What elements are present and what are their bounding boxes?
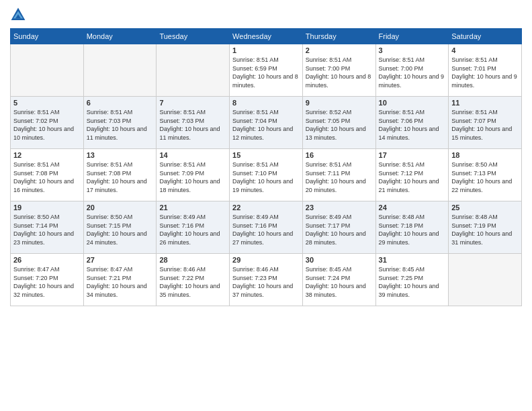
day-info: Sunrise: 8:51 AM Sunset: 7:08 PM Dayligh… <box>13 161 81 194</box>
day-number: 15 <box>232 151 300 159</box>
weekday-header-thursday: Thursday <box>302 29 375 44</box>
day-info: Sunrise: 8:51 AM Sunset: 7:01 PM Dayligh… <box>451 56 519 89</box>
day-number: 6 <box>87 99 154 107</box>
day-number: 24 <box>379 203 446 212</box>
day-info: Sunrise: 8:51 AM Sunset: 7:10 PM Dayligh… <box>232 161 300 194</box>
calendar-cell: 27Sunrise: 8:47 AM Sunset: 7:21 PM Dayli… <box>83 254 157 306</box>
day-number: 9 <box>306 99 373 107</box>
day-info: Sunrise: 8:51 AM Sunset: 6:59 PM Dayligh… <box>232 56 300 89</box>
weekday-header-row: SundayMondayTuesdayWednesdayThursdayFrid… <box>11 29 522 44</box>
day-number: 19 <box>13 203 81 212</box>
calendar-cell: 7Sunrise: 8:51 AM Sunset: 7:03 PM Daylig… <box>157 97 230 149</box>
day-number: 29 <box>232 256 300 264</box>
calendar-cell: 15Sunrise: 8:51 AM Sunset: 7:10 PM Dayli… <box>230 149 303 201</box>
page-header <box>10 7 522 23</box>
calendar-cell: 1Sunrise: 8:51 AM Sunset: 6:59 PM Daylig… <box>230 44 303 97</box>
weekday-header-tuesday: Tuesday <box>157 29 230 44</box>
weekday-header-sunday: Sunday <box>11 29 84 44</box>
calendar-cell: 21Sunrise: 8:49 AM Sunset: 7:16 PM Dayli… <box>157 201 230 254</box>
day-info: Sunrise: 8:51 AM Sunset: 7:08 PM Dayligh… <box>87 161 154 194</box>
day-info: Sunrise: 8:48 AM Sunset: 7:18 PM Dayligh… <box>379 213 446 246</box>
week-row-1: 1Sunrise: 8:51 AM Sunset: 6:59 PM Daylig… <box>11 44 522 97</box>
calendar-cell: 31Sunrise: 8:45 AM Sunset: 7:25 PM Dayli… <box>375 254 449 306</box>
day-number: 23 <box>306 203 373 212</box>
day-number: 1 <box>232 46 300 54</box>
day-info: Sunrise: 8:49 AM Sunset: 7:16 PM Dayligh… <box>159 213 226 246</box>
calendar-cell <box>11 44 84 97</box>
day-info: Sunrise: 8:50 AM Sunset: 7:14 PM Dayligh… <box>13 213 81 246</box>
calendar-cell: 29Sunrise: 8:46 AM Sunset: 7:23 PM Dayli… <box>230 254 303 306</box>
calendar-cell: 18Sunrise: 8:50 AM Sunset: 7:13 PM Dayli… <box>449 149 522 201</box>
calendar-cell: 4Sunrise: 8:51 AM Sunset: 7:01 PM Daylig… <box>449 44 522 97</box>
calendar-cell <box>449 254 522 306</box>
day-info: Sunrise: 8:51 AM Sunset: 7:02 PM Dayligh… <box>13 108 81 142</box>
calendar-cell: 11Sunrise: 8:51 AM Sunset: 7:07 PM Dayli… <box>449 97 522 149</box>
calendar-cell: 14Sunrise: 8:51 AM Sunset: 7:09 PM Dayli… <box>157 149 230 201</box>
calendar-table: SundayMondayTuesdayWednesdayThursdayFrid… <box>10 28 522 306</box>
calendar-cell: 6Sunrise: 8:51 AM Sunset: 7:03 PM Daylig… <box>83 97 157 149</box>
calendar-cell: 2Sunrise: 8:51 AM Sunset: 7:00 PM Daylig… <box>302 44 375 97</box>
day-number: 7 <box>159 99 226 107</box>
day-number: 22 <box>232 203 300 212</box>
week-row-4: 19Sunrise: 8:50 AM Sunset: 7:14 PM Dayli… <box>11 201 522 254</box>
day-number: 8 <box>232 99 300 107</box>
day-info: Sunrise: 8:51 AM Sunset: 7:00 PM Dayligh… <box>379 56 446 89</box>
day-number: 4 <box>451 46 519 54</box>
week-row-2: 5Sunrise: 8:51 AM Sunset: 7:02 PM Daylig… <box>11 97 522 149</box>
day-info: Sunrise: 8:51 AM Sunset: 7:12 PM Dayligh… <box>379 161 446 194</box>
day-number: 17 <box>379 151 446 159</box>
day-info: Sunrise: 8:49 AM Sunset: 7:16 PM Dayligh… <box>232 213 300 246</box>
day-number: 12 <box>13 151 81 159</box>
week-row-5: 26Sunrise: 8:47 AM Sunset: 7:20 PM Dayli… <box>11 254 522 306</box>
day-info: Sunrise: 8:48 AM Sunset: 7:19 PM Dayligh… <box>451 213 519 246</box>
day-info: Sunrise: 8:51 AM Sunset: 7:09 PM Dayligh… <box>159 161 226 194</box>
day-number: 31 <box>379 256 446 264</box>
day-number: 13 <box>87 151 154 159</box>
calendar-cell <box>83 44 157 97</box>
day-number: 26 <box>13 256 81 264</box>
week-row-3: 12Sunrise: 8:51 AM Sunset: 7:08 PM Dayli… <box>11 149 522 201</box>
day-number: 25 <box>451 203 519 212</box>
weekday-header-monday: Monday <box>83 29 157 44</box>
day-info: Sunrise: 8:47 AM Sunset: 7:20 PM Dayligh… <box>13 265 81 299</box>
calendar-cell: 12Sunrise: 8:51 AM Sunset: 7:08 PM Dayli… <box>11 149 84 201</box>
day-number: 16 <box>306 151 373 159</box>
day-info: Sunrise: 8:45 AM Sunset: 7:24 PM Dayligh… <box>306 265 373 299</box>
day-info: Sunrise: 8:51 AM Sunset: 7:00 PM Dayligh… <box>306 56 373 89</box>
day-number: 20 <box>87 203 154 212</box>
day-number: 3 <box>379 46 446 54</box>
day-number: 28 <box>159 256 226 264</box>
calendar-cell: 24Sunrise: 8:48 AM Sunset: 7:18 PM Dayli… <box>375 201 449 254</box>
calendar-cell: 16Sunrise: 8:51 AM Sunset: 7:11 PM Dayli… <box>302 149 375 201</box>
day-number: 5 <box>13 99 81 107</box>
calendar-cell: 23Sunrise: 8:49 AM Sunset: 7:17 PM Dayli… <box>302 201 375 254</box>
calendar-cell: 13Sunrise: 8:51 AM Sunset: 7:08 PM Dayli… <box>83 149 157 201</box>
calendar-cell: 5Sunrise: 8:51 AM Sunset: 7:02 PM Daylig… <box>11 97 84 149</box>
day-number: 27 <box>87 256 154 264</box>
day-number: 10 <box>379 99 446 107</box>
day-info: Sunrise: 8:51 AM Sunset: 7:03 PM Dayligh… <box>159 108 226 142</box>
day-number: 30 <box>306 256 373 264</box>
calendar-cell: 8Sunrise: 8:51 AM Sunset: 7:04 PM Daylig… <box>230 97 303 149</box>
day-info: Sunrise: 8:51 AM Sunset: 7:06 PM Dayligh… <box>379 108 446 142</box>
weekday-header-wednesday: Wednesday <box>230 29 303 44</box>
day-info: Sunrise: 8:50 AM Sunset: 7:13 PM Dayligh… <box>451 161 519 194</box>
day-info: Sunrise: 8:51 AM Sunset: 7:07 PM Dayligh… <box>451 108 519 142</box>
calendar-cell: 20Sunrise: 8:50 AM Sunset: 7:15 PM Dayli… <box>83 201 157 254</box>
day-number: 21 <box>159 203 226 212</box>
day-info: Sunrise: 8:46 AM Sunset: 7:22 PM Dayligh… <box>159 265 226 299</box>
day-info: Sunrise: 8:50 AM Sunset: 7:15 PM Dayligh… <box>87 213 154 246</box>
day-number: 11 <box>451 99 519 107</box>
calendar-cell: 26Sunrise: 8:47 AM Sunset: 7:20 PM Dayli… <box>11 254 84 306</box>
calendar-cell <box>157 44 230 97</box>
calendar-page: SundayMondayTuesdayWednesdayThursdayFrid… <box>0 0 532 411</box>
calendar-cell: 30Sunrise: 8:45 AM Sunset: 7:24 PM Dayli… <box>302 254 375 306</box>
day-info: Sunrise: 8:51 AM Sunset: 7:11 PM Dayligh… <box>306 161 373 194</box>
calendar-cell: 22Sunrise: 8:49 AM Sunset: 7:16 PM Dayli… <box>230 201 303 254</box>
calendar-cell: 28Sunrise: 8:46 AM Sunset: 7:22 PM Dayli… <box>157 254 230 306</box>
calendar-cell: 19Sunrise: 8:50 AM Sunset: 7:14 PM Dayli… <box>11 201 84 254</box>
logo-icon <box>10 7 26 23</box>
calendar-cell: 25Sunrise: 8:48 AM Sunset: 7:19 PM Dayli… <box>449 201 522 254</box>
calendar-cell: 9Sunrise: 8:52 AM Sunset: 7:05 PM Daylig… <box>302 97 375 149</box>
day-info: Sunrise: 8:51 AM Sunset: 7:04 PM Dayligh… <box>232 108 300 142</box>
